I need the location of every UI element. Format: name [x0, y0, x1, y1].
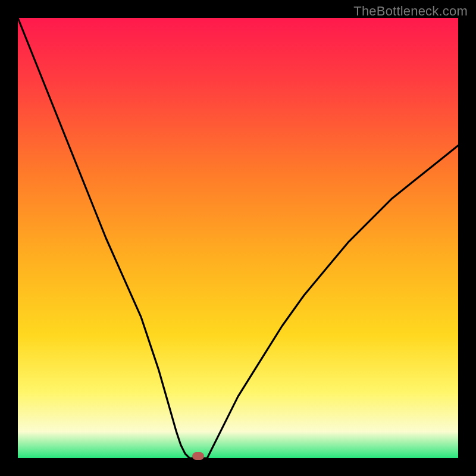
curve-line — [18, 18, 458, 458]
watermark-text: TheBottleneck.com — [353, 4, 468, 19]
bottleneck-curve — [18, 18, 458, 458]
chart-frame: TheBottleneck.com — [0, 0, 476, 476]
plot-area — [18, 18, 458, 458]
minimum-marker — [192, 452, 204, 460]
